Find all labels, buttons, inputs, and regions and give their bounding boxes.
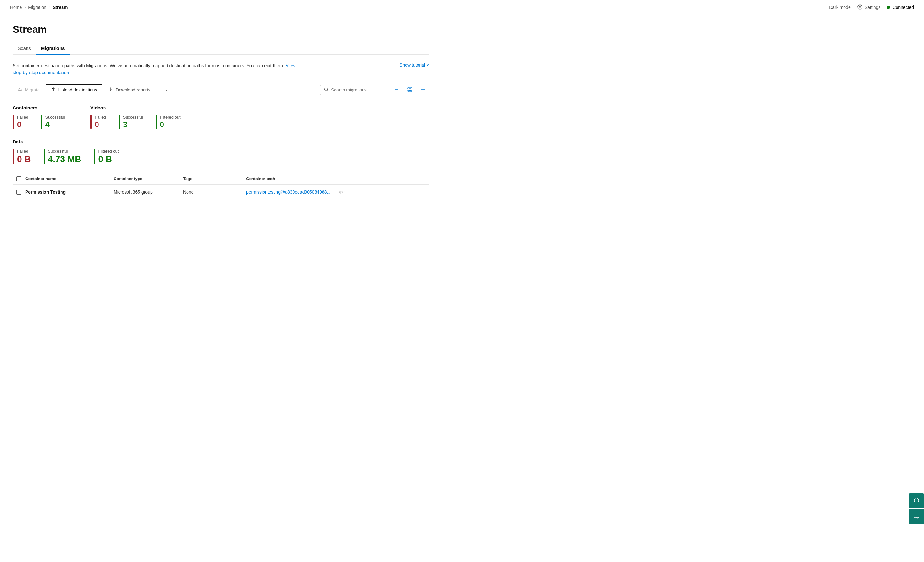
header-tags: Tags (183, 176, 246, 181)
download-icon (108, 87, 113, 93)
columns-icon (420, 87, 426, 93)
videos-successful-stat: Successful 3 (118, 115, 143, 129)
svg-rect-3 (408, 90, 410, 91)
stat-bar-green (118, 115, 120, 129)
videos-failed-stat: Failed 0 (90, 115, 106, 129)
stat-bar-green (156, 115, 157, 129)
containers-failed-stat: Failed 0 (13, 115, 28, 129)
stat-bar-green (41, 115, 42, 129)
show-tutorial-button[interactable]: Show tutorial ∨ (399, 63, 429, 67)
table-row[interactable]: Permission Testing Microsoft 365 group N… (13, 185, 429, 199)
data-failed-stat: Failed 0 B (13, 149, 31, 164)
stat-label: Failed (17, 115, 28, 120)
videos-stats-row: Failed 0 Successful 3 (90, 115, 180, 129)
data-group: Data Failed 0 B Successful 4.73 MB (13, 139, 429, 164)
svg-rect-2 (410, 88, 412, 89)
containers-successful-stat: Successful 4 (41, 115, 65, 129)
stat-value: 0 (94, 120, 106, 129)
stat-bar-red (90, 115, 92, 129)
stat-label: Failed (17, 149, 31, 154)
svg-rect-1 (408, 88, 410, 89)
migrate-cloud-icon (17, 87, 22, 93)
containers-group: Containers Failed 0 Successful 4 (13, 105, 65, 136)
tab-scans[interactable]: Scans (13, 43, 36, 55)
stat-bar-red (13, 149, 14, 164)
settings-item[interactable]: Settings (857, 4, 881, 10)
header-checkbox-cell (13, 176, 25, 181)
row-container-path-cell: permissiontesting@a830edad905084988... .… (246, 190, 429, 194)
videos-group: Videos Failed 0 Successful 3 (90, 105, 180, 136)
stat-label: Successful (123, 115, 143, 120)
group-button[interactable] (404, 85, 416, 95)
stat-value: 4.73 MB (48, 154, 81, 164)
search-input[interactable] (331, 87, 381, 93)
connected-status: Connected (887, 5, 914, 10)
row-tags: None (183, 190, 246, 194)
row-container-path-suffix: .../pe (336, 190, 345, 194)
description-text: Set container destination paths with Mig… (13, 63, 297, 76)
breadcrumb-migration[interactable]: Migration (28, 5, 46, 10)
stat-bar-red (13, 115, 14, 129)
breadcrumb: Home › Migration › Stream (10, 5, 68, 10)
columns-button[interactable] (417, 85, 429, 95)
upload-destinations-button[interactable]: Upload destinations (46, 84, 102, 96)
row-container-type: Microsoft 365 group (114, 190, 183, 194)
stat-label: Failed (94, 115, 106, 120)
download-reports-button[interactable]: Download reports (104, 84, 155, 96)
description-before: Set container destination paths with Mig… (13, 63, 284, 68)
breadcrumb-sep-2: › (49, 5, 50, 9)
row-container-name: Permission Testing (25, 190, 114, 194)
upload-icon (51, 87, 56, 93)
gear-icon (857, 4, 863, 10)
main-content: Stream Scans Migrations Set container de… (0, 15, 442, 212)
table-section: Container name Container type Tags Conta… (13, 173, 429, 199)
stat-value: 0 (17, 120, 28, 129)
search-icon (324, 87, 328, 93)
description-section: Set container destination paths with Mig… (13, 63, 429, 76)
chevron-down-icon: ∨ (426, 63, 429, 67)
stat-bar-green (44, 149, 45, 164)
dark-mode-toggle[interactable]: Dark mode (829, 5, 850, 10)
breadcrumb-current: Stream (53, 5, 68, 10)
connected-label: Connected (892, 5, 914, 10)
stat-value: 0 B (98, 154, 118, 164)
header-container-path: Container path (246, 176, 429, 181)
videos-filtered-stat: Filtered out 0 (156, 115, 180, 129)
row-checkbox-cell (13, 190, 25, 194)
stats-section: Containers Failed 0 Successful 4 (13, 105, 429, 164)
connected-dot-icon (887, 6, 890, 9)
data-successful-stat: Successful 4.73 MB (44, 149, 81, 164)
row-checkbox[interactable] (16, 190, 21, 194)
settings-label: Settings (865, 5, 881, 10)
page-title: Stream (13, 24, 429, 35)
containers-stats-row: Failed 0 Successful 4 (13, 115, 65, 129)
filter-button[interactable] (391, 85, 403, 95)
svg-rect-4 (410, 90, 412, 91)
data-filtered-stat: Filtered out 0 B (94, 149, 118, 164)
breadcrumb-home[interactable]: Home (10, 5, 22, 10)
stat-value: 3 (123, 120, 143, 129)
stat-value: 0 B (17, 154, 31, 164)
header-container-name: Container name (25, 176, 114, 181)
stat-value: 4 (45, 120, 65, 129)
migrate-button[interactable]: Migrate (13, 84, 45, 96)
toolbar: Migrate Upload destinations Download rep… (13, 84, 429, 96)
row-container-path: permissiontesting@a830edad905084988... (246, 190, 330, 194)
containers-title: Containers (13, 105, 65, 111)
data-title: Data (13, 139, 429, 145)
tabs-container: Scans Migrations (13, 43, 429, 55)
breadcrumb-sep-1: › (24, 5, 26, 9)
group-icon (407, 87, 413, 93)
stat-label: Filtered out (98, 149, 118, 154)
stat-value: 0 (160, 120, 180, 129)
search-box (320, 85, 389, 95)
header-container-type: Container type (114, 176, 183, 181)
topbar-right: Dark mode Settings Connected (829, 4, 914, 10)
tab-migrations[interactable]: Migrations (36, 43, 70, 55)
topbar: Home › Migration › Stream Dark mode Sett… (0, 0, 924, 15)
filter-icon (394, 87, 399, 93)
videos-title: Videos (90, 105, 180, 111)
header-checkbox[interactable] (16, 176, 21, 181)
stat-label: Successful (45, 115, 65, 120)
more-options-button[interactable]: ··· (156, 84, 172, 96)
